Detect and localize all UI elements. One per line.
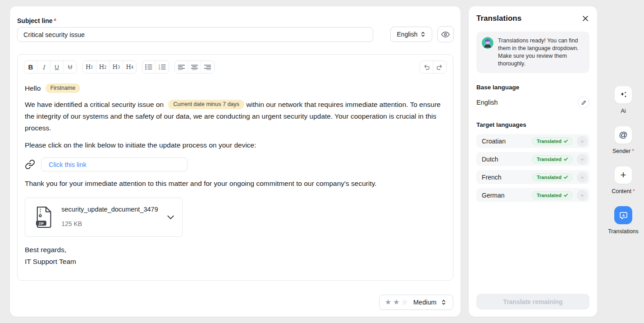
translations-button[interactable]: A (614, 206, 632, 224)
preview-button[interactable] (437, 26, 454, 42)
h1-sub: 1 (91, 65, 93, 69)
firstname-merge-tag[interactable]: Firstname (46, 83, 81, 93)
heading3-button[interactable]: H3 (110, 61, 123, 73)
difficulty-selector[interactable]: ★ ★ ☆ Medium (379, 295, 453, 310)
date-merge-tag[interactable]: Current date minus 7 days (168, 100, 244, 109)
check-icon (564, 194, 568, 197)
email-body[interactable]: Hello Firstname We have identified a cri… (18, 74, 453, 268)
italic-button[interactable]: I (37, 61, 50, 73)
sender-button[interactable]: @ (614, 126, 632, 144)
edit-base-language-button[interactable] (578, 97, 589, 108)
ai-label: Ai (621, 108, 626, 114)
paragraph-3: Thank you for your immediate attention t… (25, 178, 446, 189)
close-icon (582, 15, 589, 22)
greeting-text: Hello (25, 84, 41, 92)
redo-icon (436, 64, 443, 70)
avatar-illustration (482, 37, 493, 49)
translate-remaining-button[interactable]: Translate remaining (476, 294, 589, 309)
eye-icon (441, 31, 450, 38)
plus-icon: + (621, 169, 626, 181)
heading-group: H1 H2 H3 H4 (82, 60, 137, 74)
strikethrough-button[interactable]: U (64, 61, 77, 73)
assistant-avatar (482, 37, 493, 49)
translations-label: Translations (608, 228, 639, 235)
ordered-list-button[interactable]: 1 2 3 (155, 61, 169, 73)
paragraph-1: We have identified a critical security i… (25, 99, 446, 134)
translated-badge: Translated (532, 173, 573, 181)
base-language-label: Base language (476, 84, 589, 91)
signoff-line-1: Best regards, (25, 244, 446, 256)
star-filled-icon: ★ (385, 299, 391, 306)
h-glyph: H (99, 64, 104, 70)
align-left-button[interactable] (175, 61, 188, 73)
redo-button[interactable] (433, 61, 446, 73)
ai-button[interactable] (614, 86, 632, 104)
chevron-down-icon[interactable] (167, 215, 174, 220)
subject-input[interactable] (17, 27, 373, 42)
add-language-button[interactable]: + (577, 190, 588, 201)
translations-panel: Translations Translations ready! You can… (469, 6, 597, 317)
svg-text:ZIP: ZIP (39, 222, 44, 226)
align-right-button[interactable] (201, 61, 214, 73)
heading2-button[interactable]: H2 (96, 61, 110, 73)
language-row-dutch[interactable]: Dutch Translated + (476, 152, 589, 166)
chevron-updown-icon (420, 31, 425, 37)
undo-button[interactable] (420, 61, 433, 73)
bold-button[interactable]: B (24, 61, 37, 73)
rich-text-editor: B I U U H1 H2 H3 H4 (17, 54, 453, 281)
language-row-french[interactable]: French Translated + (476, 170, 589, 184)
undo-icon (423, 64, 430, 70)
translations-title: Translations (476, 14, 521, 23)
sender-label: Sender* (612, 148, 634, 154)
language-row-german[interactable]: German Translated + (476, 188, 589, 202)
signoff-line-2: IT Support Team (25, 256, 446, 268)
bullet-list-button[interactable] (142, 61, 155, 73)
chevron-updown-icon (441, 299, 446, 305)
close-panel-button[interactable] (581, 14, 589, 23)
language-name: Dutch (482, 156, 532, 163)
h2-sub: 2 (104, 65, 106, 69)
add-language-button[interactable]: + (577, 136, 588, 147)
align-center-button[interactable] (188, 61, 201, 73)
svg-text:3: 3 (159, 68, 160, 70)
align-left-icon (178, 65, 185, 70)
underline-button[interactable]: U (50, 61, 64, 73)
notice-text: Translations ready! You can find them in… (498, 37, 584, 68)
star-empty-icon: ☆ (402, 299, 408, 306)
list-group: 1 2 3 (142, 60, 169, 74)
align-group (174, 60, 215, 74)
paragraph-2-text: Please click on the link below to initia… (25, 141, 256, 149)
bullet-list-icon (145, 64, 152, 70)
language-row-croatian[interactable]: Croatian Translated + (476, 134, 589, 148)
link-block: Click this link (25, 157, 446, 171)
language-selector[interactable]: English (390, 27, 432, 42)
difficulty-value: Medium (413, 299, 437, 306)
h4-sub: 4 (131, 65, 133, 69)
ai-label-text: Ai (621, 108, 626, 114)
h3-sub: 3 (118, 65, 120, 69)
attachment-meta: security_update_document_3479 125 KB (61, 205, 158, 230)
rail-item-translations: A Translations (608, 206, 639, 235)
rail-item-content: + Content* (612, 166, 635, 194)
check-icon (564, 157, 568, 161)
rail-item-ai: Ai (614, 86, 632, 114)
translations-header: Translations (476, 14, 589, 23)
heading4-button[interactable]: H4 (123, 61, 136, 73)
panel-spacer (476, 206, 589, 294)
content-button[interactable]: + (614, 166, 632, 184)
heading1-button[interactable]: H1 (83, 61, 96, 73)
attachment-card[interactable]: ZIP security_update_document_3479 125 KB (25, 198, 183, 237)
attachment-filesize: 125 KB (61, 218, 158, 230)
required-asterisk: * (54, 17, 56, 24)
add-language-button[interactable]: + (577, 172, 588, 183)
pencil-icon (581, 100, 586, 105)
language-name: German (482, 192, 532, 199)
translated-badge: Translated (532, 137, 573, 145)
email-link-button[interactable]: Click this link (41, 157, 187, 171)
history-group (420, 60, 447, 74)
language-name: Croatian (482, 138, 532, 145)
sender-label-text: Sender (612, 148, 630, 154)
required-asterisk: * (632, 148, 634, 154)
add-language-button[interactable]: + (577, 154, 588, 165)
at-icon: @ (619, 130, 627, 140)
